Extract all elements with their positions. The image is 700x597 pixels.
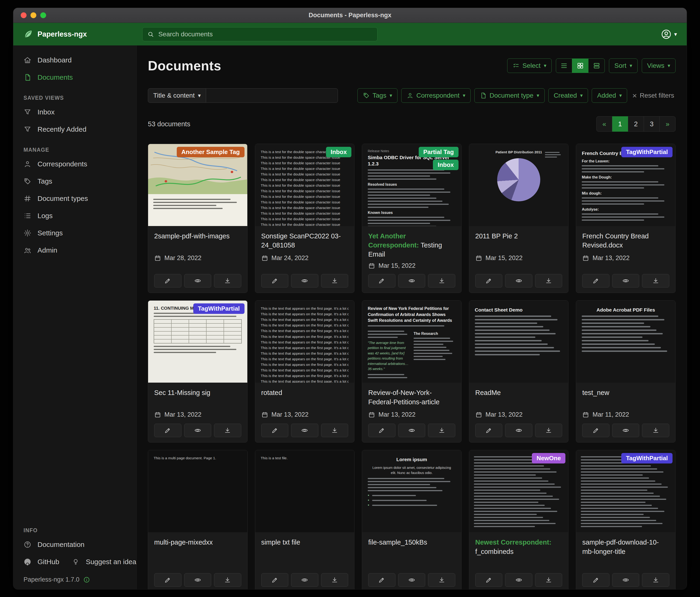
edit-document-button[interactable] xyxy=(261,573,289,587)
sidebar-item-inbox[interactable]: Inbox xyxy=(13,103,136,121)
document-title[interactable]: multi-page-mixedxx xyxy=(154,538,241,557)
edit-document-button[interactable] xyxy=(154,424,181,437)
document-card[interactable]: Patient BP Distribution 20112011 BP Pie … xyxy=(469,144,569,293)
view-document-button[interactable] xyxy=(505,424,532,437)
tag-badge-tagwithpartial[interactable]: TagWithPartial xyxy=(193,303,245,314)
document-title[interactable]: ReadMe xyxy=(475,388,562,408)
download-document-button[interactable] xyxy=(535,274,562,288)
download-document-button[interactable] xyxy=(642,573,669,587)
document-card[interactable]: Contact Sheet DemoReadMeMar 13, 2022 xyxy=(469,301,569,443)
document-title[interactable]: French Country Bread Revised.docx xyxy=(582,232,669,251)
document-thumbnail[interactable]: Another Sample Tag xyxy=(148,144,247,226)
view-document-button[interactable] xyxy=(291,424,318,437)
document-card[interactable]: This is a multi page document. Page 1.mu… xyxy=(148,450,248,589)
document-title[interactable]: 2011 BP Pie 2 xyxy=(475,232,562,251)
document-correspondent[interactable]: Yet Another Correspondent: xyxy=(368,232,419,249)
view-document-button[interactable] xyxy=(505,573,532,587)
tags-filter-button[interactable]: Tags ▾ xyxy=(357,88,398,103)
added-filter-button[interactable]: Added ▾ xyxy=(592,88,627,103)
view-document-button[interactable] xyxy=(398,424,425,437)
edit-document-button[interactable] xyxy=(475,424,502,437)
sidebar-item-document-types[interactable]: Document types xyxy=(13,190,136,207)
document-thumbnail[interactable]: Release NotesSimba ODBC Driver for SQL S… xyxy=(362,144,461,226)
download-document-button[interactable] xyxy=(321,424,348,437)
page-button-2[interactable]: 2 xyxy=(628,116,644,132)
document-card[interactable]: Release NotesSimba ODBC Driver for SQL S… xyxy=(362,144,461,293)
sidebar-item-dashboard[interactable]: Dashboard xyxy=(13,51,136,69)
edit-document-button[interactable] xyxy=(154,573,181,587)
select-button[interactable]: Select ▾ xyxy=(507,58,552,73)
minimize-window-button[interactable] xyxy=(30,13,36,18)
info-icon[interactable] xyxy=(83,576,90,583)
document-card[interactable]: Lorem ipsumLorem ipsum dolor sit amet, c… xyxy=(362,450,461,589)
download-document-button[interactable] xyxy=(428,424,455,437)
tag-badge-inbox[interactable]: Inbox xyxy=(326,147,351,157)
edit-document-button[interactable] xyxy=(475,573,502,587)
download-document-button[interactable] xyxy=(535,573,562,587)
edit-document-button[interactable] xyxy=(582,573,609,587)
document-thumbnail[interactable]: Lorem ipsumLorem ipsum dolor sit amet, c… xyxy=(362,450,461,532)
view-document-button[interactable] xyxy=(612,274,640,288)
view-document-button[interactable] xyxy=(612,424,640,437)
zoom-window-button[interactable] xyxy=(40,13,46,18)
download-document-button[interactable] xyxy=(642,424,669,437)
edit-document-button[interactable] xyxy=(261,424,289,437)
close-window-button[interactable] xyxy=(21,13,27,18)
edit-document-button[interactable] xyxy=(368,424,395,437)
edit-document-button[interactable] xyxy=(368,274,395,288)
download-document-button[interactable] xyxy=(535,424,562,437)
document-thumbnail[interactable]: This is a test for the double space char… xyxy=(255,144,354,226)
document-card[interactable]: This is a test for the double space char… xyxy=(255,144,355,293)
document-card[interactable]: 11. CONTINUING MEDICAL EDUCATagWithParti… xyxy=(148,301,248,443)
list-view-button[interactable] xyxy=(556,58,572,73)
sidebar-item-logs[interactable]: Logs xyxy=(13,207,136,224)
document-card[interactable]: This is the text that appears on the fir… xyxy=(255,301,355,443)
document-title[interactable]: rotated xyxy=(261,388,348,408)
download-document-button[interactable] xyxy=(321,573,348,587)
download-document-button[interactable] xyxy=(428,274,455,288)
tag-badge-another-sample-tag[interactable]: Another Sample Tag xyxy=(177,147,245,157)
view-document-button[interactable] xyxy=(184,573,211,587)
view-document-button[interactable] xyxy=(612,573,640,587)
title-content-dropdown[interactable]: Title & content ▾ xyxy=(148,88,206,103)
document-title[interactable]: simple txt file xyxy=(261,538,348,557)
document-title[interactable]: Sec 11-Missing sig xyxy=(154,388,241,408)
sidebar-item-correspondents[interactable]: Correspondents xyxy=(13,156,136,173)
tag-badge-partial-tag[interactable]: Partial Tag xyxy=(419,147,458,157)
document-thumbnail[interactable]: Review of New York Federal Petitions for… xyxy=(362,301,461,383)
edit-document-button[interactable] xyxy=(582,274,609,288)
sidebar-item-documents[interactable]: Documents xyxy=(13,69,136,86)
edit-document-button[interactable] xyxy=(154,274,181,288)
sidebar-item-suggest-an-idea[interactable]: Suggest an idea xyxy=(61,553,139,570)
sidebar-item-admin[interactable]: Admin xyxy=(13,242,136,259)
document-thumbnail[interactable]: NewOne xyxy=(469,450,569,532)
document-correspondent[interactable]: Newest Correspondent: xyxy=(475,539,551,546)
document-type-filter-button[interactable]: Document type ▾ xyxy=(474,88,545,103)
document-thumbnail[interactable]: 11. CONTINUING MEDICAL EDUCATagWithParti… xyxy=(148,301,247,383)
tag-badge-newone[interactable]: NewOne xyxy=(532,453,566,463)
document-title[interactable]: Review-of-New-York-Federal-Petitions-art… xyxy=(368,388,455,408)
document-card[interactable]: Another Sample Tag2sample-pdf-with-image… xyxy=(148,144,248,293)
tag-badge-tagwithpartial[interactable]: TagWithPartial xyxy=(621,453,673,463)
document-title[interactable]: Newest Correspondent: f_combineds xyxy=(475,538,562,557)
edit-document-button[interactable] xyxy=(261,274,289,288)
views-button[interactable]: Views ▾ xyxy=(642,58,676,73)
tag-badge-tagwithpartial[interactable]: TagWithPartial xyxy=(621,147,673,157)
download-document-button[interactable] xyxy=(214,573,241,587)
sidebar-item-recently-added[interactable]: Recently Added xyxy=(13,121,136,138)
search-input[interactable] xyxy=(158,30,373,38)
document-title[interactable]: Yet Another Correspondent: Testing Email xyxy=(368,232,455,259)
document-card[interactable]: French Country BreadFor the Leaven:Make … xyxy=(576,144,676,293)
brand[interactable]: Paperless-ngx xyxy=(23,29,87,39)
document-thumbnail[interactable]: French Country BreadFor the Leaven:Make … xyxy=(576,144,675,226)
download-document-button[interactable] xyxy=(428,573,455,587)
edit-document-button[interactable] xyxy=(582,424,609,437)
download-document-button[interactable] xyxy=(321,274,348,288)
document-title[interactable]: test_new xyxy=(582,388,669,408)
reset-filters-button[interactable]: × Reset filters xyxy=(631,91,676,100)
view-document-button[interactable] xyxy=(505,274,532,288)
sidebar-item-settings[interactable]: Settings xyxy=(13,224,136,242)
previous-page-button[interactable]: « xyxy=(596,116,612,132)
download-document-button[interactable] xyxy=(214,274,241,288)
document-thumbnail[interactable]: Adobe Acrobat PDF Files xyxy=(576,301,675,383)
